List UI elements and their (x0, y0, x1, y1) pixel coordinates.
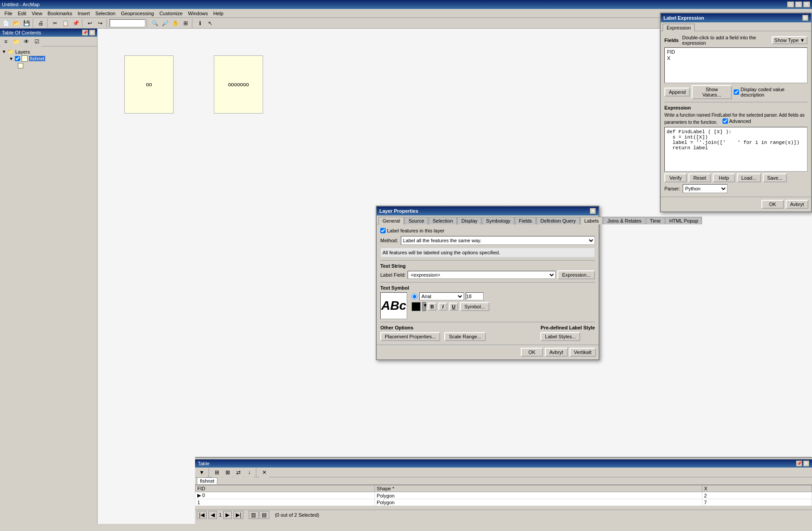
first-record-button[interactable]: |◀ (197, 511, 207, 519)
toc-layer-item[interactable]: ▼ fishnet (9, 55, 95, 62)
menu-view[interactable]: View (29, 10, 45, 17)
italic-button[interactable]: I (438, 303, 447, 311)
next-record-button[interactable]: ▶ (223, 511, 232, 519)
new-button[interactable]: 📄 (1, 18, 11, 28)
advanced-checkbox-label[interactable]: Advanced (723, 118, 751, 124)
scale-range-button[interactable]: Scale Range... (444, 332, 485, 341)
parser-select[interactable]: Python VBScript JScript (683, 184, 727, 193)
prev-record-button[interactable]: ◀ (208, 511, 217, 519)
table-small-btn-1[interactable]: ▥ (249, 511, 259, 519)
underline-button[interactable]: U (449, 303, 458, 311)
help-button[interactable]: Help (713, 173, 735, 182)
font-radio[interactable] (412, 294, 417, 299)
append-button[interactable]: Append (664, 88, 690, 97)
table-close-button[interactable]: ✕ (803, 460, 809, 467)
expression-button[interactable]: Expression... (557, 270, 595, 279)
maximize-button[interactable]: □ (795, 1, 802, 8)
advanced-checkbox[interactable] (723, 118, 728, 124)
method-select[interactable]: Label all the features the same way. (401, 236, 595, 245)
last-record-button[interactable]: ▶| (234, 511, 243, 519)
open-button[interactable]: 📂 (11, 18, 21, 28)
show-values-button[interactable]: Show Values... (692, 85, 732, 99)
col-header-fid[interactable]: FID (196, 485, 375, 492)
table-move-to-sel-button[interactable]: ↓ (244, 468, 254, 477)
field-item-x[interactable]: X (666, 55, 806, 61)
show-type-button[interactable]: Show Type ▼ (772, 36, 808, 44)
table-row[interactable]: 1 Polygon 7 (196, 499, 812, 506)
table-pin-button[interactable]: 📌 (796, 460, 802, 467)
table-row[interactable]: ▶ 0 Polygon 2 (196, 492, 812, 499)
menu-help[interactable]: Help (211, 10, 226, 17)
layer-props-apply-button[interactable]: Vertikalt (570, 348, 596, 357)
menu-file[interactable]: File (2, 10, 15, 17)
font-size-input[interactable] (466, 292, 484, 300)
label-expr-cancel-button[interactable]: Avbryt (786, 200, 808, 209)
tab-selection[interactable]: Selection (429, 217, 457, 224)
toc-source-view-button[interactable]: 📁 (11, 37, 21, 46)
zoom-input[interactable]: 1:722,972 (110, 19, 145, 27)
toc-pin-button[interactable]: 📌 (82, 30, 88, 36)
layer-expand-icon[interactable]: ▼ (9, 56, 13, 61)
placement-props-button[interactable]: Placement Properties... (380, 332, 440, 341)
field-item-fid[interactable]: FID (666, 49, 806, 55)
menu-bookmarks[interactable]: Bookmarks (45, 10, 75, 17)
label-expr-ok-button[interactable]: OK (761, 200, 784, 209)
close-button[interactable]: ✕ (803, 1, 810, 8)
tab-general[interactable]: General (378, 217, 404, 224)
layers-expand-icon[interactable]: ▼ (2, 49, 6, 54)
redo-button[interactable]: ↪ (95, 18, 105, 28)
table-select-all-button[interactable]: ⊞ (212, 468, 222, 477)
tab-source[interactable]: Source (404, 217, 428, 224)
expression-code-area[interactable]: def FindLabel ( [X] ): s = int([X]) labe… (664, 127, 808, 172)
tab-labels[interactable]: Labels (580, 217, 603, 224)
label-field-select[interactable]: <expression> (408, 271, 556, 279)
paste-button[interactable]: 📌 (71, 18, 81, 28)
menu-insert[interactable]: Insert (75, 10, 93, 17)
select-button[interactable]: ↖ (205, 18, 215, 28)
cut-button[interactable]: ✂ (50, 18, 60, 28)
toc-visib-view-button[interactable]: 👁 (21, 37, 31, 46)
menu-selection[interactable]: Selection (93, 10, 118, 17)
label-features-checkbox-label[interactable]: Label features in this layer (380, 228, 595, 233)
label-expr-close-button[interactable]: ✕ (802, 15, 808, 21)
tab-symbology[interactable]: Symbology (482, 217, 514, 224)
col-header-shape[interactable]: Shape * (375, 485, 702, 492)
undo-button[interactable]: ↩ (85, 18, 95, 28)
zoom-out-button[interactable]: 🔎 (160, 18, 170, 28)
menu-edit[interactable]: Edit (15, 10, 29, 17)
layer-props-close-button[interactable]: ✕ (590, 208, 596, 214)
layer-name-label[interactable]: fishnet (29, 56, 45, 61)
tab-time[interactable]: Time (646, 217, 665, 224)
table-small-btn-2[interactable]: ▤ (259, 511, 269, 519)
display-coded-checkbox[interactable] (734, 89, 739, 95)
menu-geoprocessing[interactable]: Geoprocessing (118, 10, 157, 17)
load-button[interactable]: Load... (737, 173, 761, 182)
color-dropdown-arrow[interactable]: ▼ (422, 302, 426, 311)
table-clear-sel-button[interactable]: ⊠ (223, 468, 233, 477)
table-switch-sel-button[interactable]: ⇄ (234, 468, 243, 477)
label-features-checkbox[interactable] (380, 228, 386, 233)
layer-props-cancel-button[interactable]: Avbryt (545, 348, 568, 357)
symbol-button[interactable]: Symbol... (460, 302, 489, 311)
pan-button[interactable]: ✋ (170, 18, 180, 28)
bold-button[interactable]: B (428, 303, 437, 311)
col-header-x[interactable]: X (702, 485, 812, 492)
field-list[interactable]: FID X (664, 47, 808, 83)
tab-joins-relates[interactable]: Joins & Relates (603, 217, 645, 224)
full-extent-button[interactable]: ⊞ (181, 18, 191, 28)
toc-close-button[interactable]: ✕ (89, 30, 95, 36)
display-coded-checkbox-label[interactable]: Display coded value description (734, 87, 808, 97)
tab-fields[interactable]: Fields (515, 217, 536, 224)
font-name-select[interactable]: Arial (419, 292, 464, 300)
toc-root-item[interactable]: ▼ 📁 Layers (2, 48, 95, 55)
tab-expression[interactable]: Expression (663, 24, 695, 31)
toc-list-view-button[interactable]: ≡ (1, 37, 11, 46)
minimize-button[interactable]: ─ (787, 1, 794, 8)
zoom-in-button[interactable]: 🔍 (150, 18, 160, 28)
tab-html-popup[interactable]: HTML Popup (665, 217, 702, 224)
table-options-button[interactable]: ▼ (197, 468, 207, 477)
print-button[interactable]: 🖨 (36, 18, 46, 28)
label-styles-button[interactable]: Label Styles... (540, 332, 580, 341)
identify-button[interactable]: ℹ (195, 18, 205, 28)
menu-windows[interactable]: Windows (185, 10, 211, 17)
